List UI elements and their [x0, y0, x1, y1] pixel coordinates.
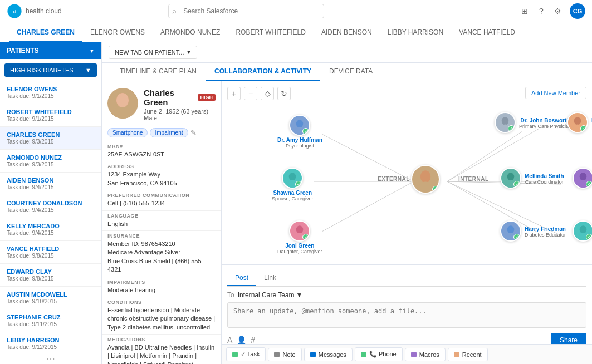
to-chevron-icon[interactable]: ▼	[296, 291, 303, 299]
member-andrew-molina[interactable]: ✓ Dr. Andrew Molina Cardiologist	[567, 112, 592, 133]
share-input[interactable]	[227, 302, 586, 328]
reset-view-button[interactable]: ◇	[261, 87, 274, 100]
bottom-tab-note-label: Note	[282, 351, 295, 358]
patient-avatar-svg	[107, 88, 138, 119]
help-icon[interactable]: ?	[536, 6, 546, 16]
tags-row: Smartphone Impairment ✎	[102, 128, 221, 141]
patient-name: EDWARD CLAY	[7, 268, 95, 275]
patient-task: Task due: 9/4/2015	[7, 230, 95, 236]
bottom-tab-macros[interactable]: Macros	[405, 348, 446, 361]
tag-impairment: Impairment	[150, 128, 188, 137]
add-member-button[interactable]: Add New Member	[525, 87, 586, 99]
member-cindy-lo[interactable]: ✓ Cindy Lo Insurance Coordinator	[573, 220, 592, 242]
conditions-label: CONDITIONS	[107, 299, 216, 305]
share-button[interactable]: Share	[551, 333, 586, 344]
tab-robert-whitefield[interactable]: ROBERT WHITEFIELD	[228, 24, 314, 42]
member-john-bosworth[interactable]: ✓ Dr. John Bosworth Primary Care Physici…	[495, 112, 571, 133]
app-name: health cloud	[26, 7, 62, 15]
tab-armondo-nunez[interactable]: ARMONDO NUNEZ	[153, 24, 228, 42]
bottom-tab-phone-label: 📞 Phone	[369, 351, 397, 358]
list-item[interactable]: STEPHANIE CRUZ Task due: 9/11/2015	[0, 309, 101, 332]
zoom-in-button[interactable]: +	[227, 87, 241, 100]
collaboration-section: Post Link To Internal Care Team ▼ A	[222, 265, 592, 344]
patient-task: Task due: 9/4/2015	[7, 184, 95, 190]
tab-libby-harrison[interactable]: LIBBY HARRISON	[380, 24, 451, 42]
member-shiv-pande[interactable]: ✓ Shiv Pande Physiotherapist	[573, 168, 592, 189]
task-color-indicator	[232, 352, 238, 357]
svg-point-14	[420, 170, 430, 183]
user-avatar[interactable]: CG	[570, 3, 585, 19]
impairments-label: IMPAIRMENTS	[107, 279, 216, 285]
check-badge: ✓	[513, 181, 520, 188]
new-tab-button[interactable]: NEW TAB ON PATIENT... ▼	[109, 46, 197, 59]
patient-task: Task due: 9/1/2015	[7, 116, 95, 122]
member-role: Diabetes Educator	[525, 232, 566, 238]
member-amy-huffman[interactable]: ✓ Dr. Amy Huffman Psychologist	[277, 115, 322, 149]
list-item[interactable]: AIDEN BENSON Task due: 9/4/2015	[0, 173, 101, 195]
search-icon: ⌕	[172, 7, 177, 15]
impairments-section: IMPAIRMENTS Moderate hearing	[102, 277, 221, 297]
bottom-tab-task[interactable]: ✓ Task	[226, 347, 266, 361]
edit-tags-icon[interactable]: ✎	[190, 129, 197, 137]
zoom-out-button[interactable]: −	[244, 87, 257, 100]
risk-badge: HIGH	[198, 94, 216, 101]
list-item[interactable]: ARMONDO NUNEZ Task due: 9/3/2015	[0, 150, 101, 173]
member-mellinda-smith[interactable]: ✓ Mellinda Smith Care Coordinator	[500, 168, 564, 189]
sidebar-title: PATIENTS	[7, 47, 39, 55]
tab-vance-hatfield[interactable]: VANCE HATFIELD	[451, 24, 523, 42]
tab-collaboration[interactable]: COLLABORATION & ACTIVITY	[206, 63, 320, 81]
check-badge: ✓	[580, 125, 587, 132]
tab-charles-green[interactable]: CHARLES GREEN	[9, 24, 82, 42]
tab-elenor-owens[interactable]: ELENOR OWENS	[82, 24, 153, 42]
filter-button[interactable]: HIGH RISK DIABETES ▼	[4, 63, 97, 77]
list-item[interactable]: LIBBY HARRISON Task due: 9/12/2015	[0, 332, 101, 353]
refresh-button[interactable]: ↻	[277, 87, 291, 100]
member-shawna-green[interactable]: ✓ Shawna Green Spouse, Caregiver	[272, 168, 314, 201]
tab-post[interactable]: Post	[227, 270, 256, 286]
sidebar-expand-icon[interactable]: ⋯	[46, 353, 55, 364]
list-item[interactable]: VANCE HATFIELD Task due: 9/8/2015	[0, 241, 101, 264]
sub-tabs: TIMELINE & CARE PLAN COLLABORATION & ACT…	[102, 63, 592, 81]
member-name: Joni Green	[285, 243, 314, 249]
list-item[interactable]: ELENOR OWENS Task due: 9/1/2015	[0, 81, 101, 104]
list-item[interactable]: COURTNEY DONALDSON Task due: 9/4/2015	[0, 195, 101, 218]
bottom-tab-recent[interactable]: Recent	[448, 348, 488, 361]
tab-link[interactable]: Link	[256, 270, 284, 286]
search-input[interactable]	[168, 4, 324, 18]
patient-task: Task due: 9/8/2015	[7, 276, 95, 282]
patient-name: AIDEN BENSON	[7, 177, 95, 184]
member-joni-green[interactable]: ✓ Joni Green Daughter, Caregiver	[277, 220, 322, 254]
list-item[interactable]: CHARLES GREEN Task due: 9/3/2015	[0, 127, 101, 150]
sidebar-header[interactable]: PATIENTS ▼	[0, 42, 101, 59]
phone-color-indicator	[361, 352, 366, 357]
hashtag-icon[interactable]: #	[251, 336, 255, 344]
mention-icon[interactable]: 👤	[237, 336, 246, 344]
member-harry-friedman[interactable]: ✓ Harry Friedman Diabetes Educator	[500, 220, 566, 242]
list-item[interactable]: KELLY MERCADO Task due: 9/4/2015	[0, 218, 101, 241]
grid-icon[interactable]: ⊞	[520, 6, 530, 16]
member-avatar: ✓	[573, 168, 592, 189]
text-format-icon[interactable]: A	[227, 336, 232, 344]
tag-smartphone: Smartphone	[107, 128, 148, 137]
tab-timeline[interactable]: TIMELINE & CARE PLAN	[111, 63, 206, 81]
nav-icons: ⊞ ? ⚙ CG	[520, 3, 585, 19]
conditions-section: CONDITIONS Essential hypertension | Mode…	[102, 297, 221, 334]
bottom-tab-note[interactable]: Note	[268, 348, 301, 361]
tab-aiden-benson[interactable]: AIDEN BENSON	[314, 24, 380, 42]
patient-task: Task due: 9/3/2015	[7, 161, 95, 168]
svg-point-30	[507, 225, 515, 233]
list-item[interactable]: AUSTIN MCDOWELL Task due: 9/10/2015	[0, 287, 101, 309]
tab-device-data[interactable]: DEVICE DATA	[320, 63, 381, 81]
settings-icon[interactable]: ⚙	[553, 6, 563, 16]
list-item[interactable]: EDWARD CLAY Task due: 9/8/2015	[0, 264, 101, 287]
impairments-value: Moderate hearing	[107, 286, 216, 294]
bottom-tab-messages[interactable]: Messages	[304, 348, 353, 361]
bottom-tab-phone[interactable]: 📞 Phone	[355, 347, 403, 361]
member-avatar: ✓	[282, 168, 303, 189]
svg-point-4	[116, 93, 129, 107]
patient-center-node[interactable]: ✓	[411, 165, 440, 194]
list-item[interactable]: ROBERT WHITEFIELD Task due: 9/1/2015	[0, 104, 101, 127]
patient-dob: June 2, 1952 (63 years)	[144, 108, 216, 115]
member-name: Shawna Green	[273, 190, 312, 196]
svg-point-28	[580, 173, 587, 180]
